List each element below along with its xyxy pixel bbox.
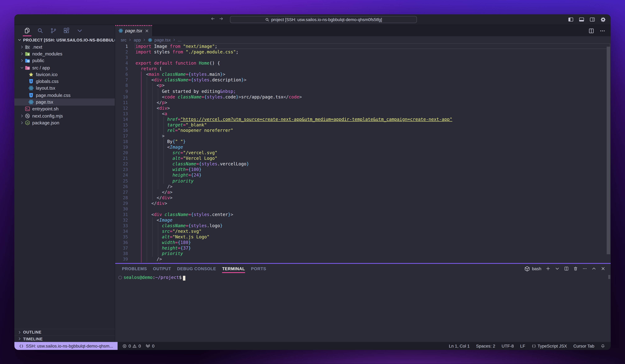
code-line-39[interactable]: 39 />	[115, 256, 611, 262]
split-icon[interactable]	[588, 28, 594, 33]
ellipsis-icon[interactable]	[582, 266, 587, 271]
ellipsis-icon[interactable]	[599, 28, 605, 33]
code-line-40[interactable]: 40 </div>	[115, 262, 611, 263]
code-line-18[interactable]: 18 By{" "}	[115, 139, 611, 144]
layout-sidebar-left-icon[interactable]	[568, 17, 574, 22]
trash-icon[interactable]	[573, 266, 578, 271]
code-line-32[interactable]: 32 <Image	[115, 217, 611, 223]
code-line-35[interactable]: 35 alt="Next.js Logo"	[115, 234, 611, 240]
status-lf[interactable]: LF	[520, 343, 525, 348]
panel-tab-terminal[interactable]: TERMINAL	[222, 264, 245, 273]
code-line-38[interactable]: 38 priority	[115, 251, 611, 256]
tree-item-favicon-ico[interactable]: favicon.ico	[14, 71, 115, 78]
code-line-3[interactable]: 3	[115, 55, 611, 60]
terminal-scrollbar[interactable]	[608, 275, 610, 279]
code-line-12[interactable]: 12 <div>	[115, 105, 611, 111]
code-line-30[interactable]: 30	[115, 206, 611, 212]
code-line-1[interactable]: 1import Image from "next/image";	[115, 43, 611, 49]
tree-item-layout-tsx[interactable]: layout.tsx	[14, 85, 115, 92]
code-line-22[interactable]: 22 className={styles.vercelLogo}	[115, 161, 611, 167]
layout-sidebar-right-icon[interactable]	[590, 17, 595, 22]
extensions-icon[interactable]	[63, 28, 70, 34]
code-line-20[interactable]: 20 src="/vercel.svg"	[115, 150, 611, 155]
plus-icon[interactable]	[546, 266, 550, 271]
code-line-28[interactable]: 28 </div>	[115, 195, 611, 200]
panel-tab-output[interactable]: OUTPUT	[153, 264, 171, 273]
panel-tab-problems[interactable]: PROBLEMS	[122, 264, 147, 273]
code-line-6[interactable]: 6 <main className={styles.main}>	[115, 71, 611, 77]
code-line-2[interactable]: 2import styles from "./page.module.css";	[115, 49, 611, 55]
tree-item-node-modules[interactable]: node_modules	[14, 50, 115, 57]
panel-tab-ports[interactable]: PORTS	[251, 264, 266, 273]
code-line-29[interactable]: 29 </div>	[115, 200, 611, 206]
code-line-34[interactable]: 34 src="/next.svg"	[115, 228, 611, 234]
code-line-9[interactable]: 9 Get started by editing&nbsp;	[115, 88, 611, 94]
forward-arrow-icon[interactable]	[219, 16, 224, 21]
tab-page-tsx[interactable]: page.tsx	[115, 25, 153, 36]
back-arrow-icon[interactable]	[211, 16, 215, 21]
tree-item-page-tsx[interactable]: page.tsx	[14, 99, 115, 105]
code-line-10[interactable]: 10 <code className={styles.code}>src/app…	[115, 94, 611, 99]
panel-tab-debug-console[interactable]: DEBUG CONSOLE	[177, 264, 216, 273]
breadcrumb-item-page-tsx[interactable]: page.tsx	[154, 37, 171, 42]
search-icon[interactable]	[37, 28, 43, 34]
tree-item-next-config-mjs[interactable]: next.config.mjs	[14, 112, 115, 119]
code-line-33[interactable]: 33 className={styles.logo}	[115, 223, 611, 228]
layout-panel-icon[interactable]	[579, 17, 584, 22]
terminal-instance-bash[interactable]: bash	[524, 266, 541, 272]
code-line-37[interactable]: 37 height={37}	[115, 245, 611, 251]
chevron-down-icon[interactable]	[77, 28, 83, 34]
remote-indicator[interactable]: SSH: usw.sailos.io-ns-bgbbulqt-demo-qhsm…	[14, 342, 118, 350]
command-center[interactable]: project [SSH: usw.sailos.io-ns-bgbbulqt-…	[230, 16, 417, 23]
status-bell-icon[interactable]	[601, 344, 605, 348]
files-icon[interactable]	[24, 28, 30, 34]
status-utf-8[interactable]: UTF-8	[501, 343, 514, 348]
code-line-13[interactable]: 13 <a	[115, 111, 611, 116]
tree-item-entrypoint-sh[interactable]: entrypoint.sh	[14, 105, 115, 112]
code-line-19[interactable]: 19 <Image	[115, 144, 611, 150]
code-line-27[interactable]: 27 </a>	[115, 189, 611, 195]
tree-item-public[interactable]: public	[14, 57, 115, 64]
tree-item-src-app[interactable]: src / app	[14, 64, 115, 71]
source-control-icon[interactable]	[50, 28, 57, 34]
breadcrumb-item-src[interactable]: src	[121, 37, 126, 42]
chevron-up-icon[interactable]	[592, 266, 596, 271]
code-line-14[interactable]: 14 href="https://vercel.com?utm_source=c…	[115, 116, 611, 122]
explorer-section-header[interactable]: PROJECT [SSH: USW.SAILOS.IO-NS-BGBBULQT-…	[14, 36, 115, 43]
code-line-25[interactable]: 25 priority	[115, 178, 611, 183]
breadcrumb-item-app[interactable]: app	[134, 37, 141, 42]
code-line-11[interactable]: 11 </p>	[115, 99, 611, 105]
close-icon[interactable]	[145, 29, 149, 33]
terminal[interactable]: sealos@demo:~/project$	[115, 273, 611, 342]
gear-icon[interactable]	[600, 17, 606, 22]
code-line-5[interactable]: 5 return (	[115, 66, 611, 71]
close-icon[interactable]	[601, 266, 605, 271]
split-icon[interactable]	[564, 266, 569, 271]
ports-status[interactable]: 0	[141, 343, 154, 348]
status-typescript-jsx[interactable]: TypeScript JSX	[531, 343, 567, 348]
status-ln-1-col-1[interactable]: Ln 1, Col 1	[449, 343, 470, 348]
tree-item-package-json[interactable]: JSpackage.json	[14, 119, 115, 126]
tree-item-page-module-css[interactable]: 3page.module.css	[14, 92, 115, 98]
code-line-31[interactable]: 31 <div className={styles.center}>	[115, 212, 611, 217]
tree-item-globals-css[interactable]: 3globals.css	[14, 78, 115, 85]
chevron-down-icon[interactable]	[555, 266, 560, 271]
code-line-24[interactable]: 24 height={24}	[115, 172, 611, 178]
code-line-8[interactable]: 8 <p>	[115, 83, 611, 88]
editor[interactable]: 1import Image from "next/image";2import …	[115, 43, 611, 263]
code-line-4[interactable]: 4export default function Home() {	[115, 60, 611, 66]
code-line-16[interactable]: 16 rel="noopener noreferrer"	[115, 127, 611, 133]
tree-item-next[interactable]: .next	[14, 43, 115, 50]
editor-scrollbar[interactable]	[607, 47, 610, 254]
code-line-26[interactable]: 26 />	[115, 183, 611, 189]
code-line-23[interactable]: 23 width={100}	[115, 167, 611, 172]
breadcrumb-item-[interactable]: ...	[178, 37, 181, 42]
status-spaces-2[interactable]: Spaces: 2	[476, 343, 495, 348]
code-line-17[interactable]: 17 >	[115, 133, 611, 139]
code-line-7[interactable]: 7 <div className={styles.description}>	[115, 77, 611, 83]
code-line-21[interactable]: 21 alt="Vercel Logo"	[115, 156, 611, 161]
code-line-15[interactable]: 15 target="_blank"	[115, 122, 611, 127]
code-line-36[interactable]: 36 width={180}	[115, 240, 611, 245]
sidebar-section-outline[interactable]: OUTLINE	[14, 329, 115, 335]
sidebar-section-timeline[interactable]: TIMELINE	[14, 335, 115, 342]
